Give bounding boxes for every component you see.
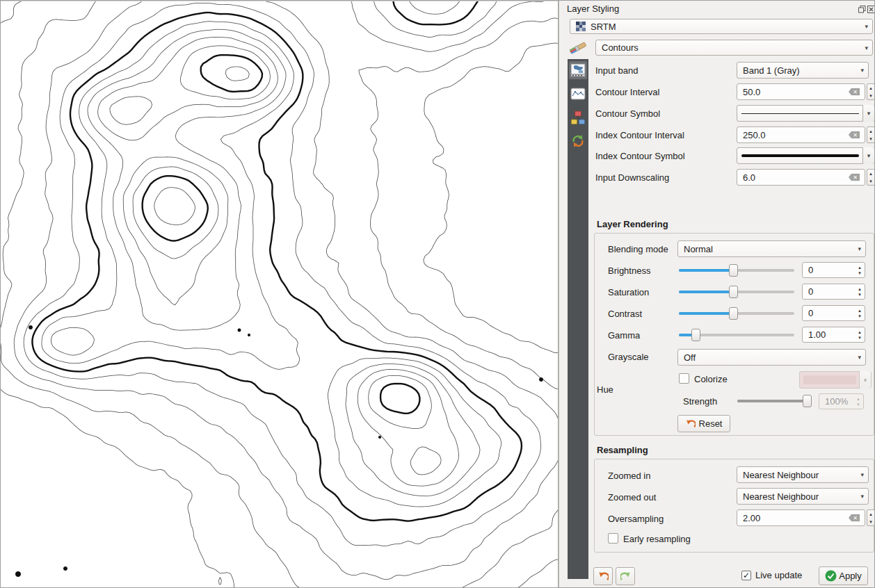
clear-value-icon[interactable]: ✕: [849, 174, 860, 181]
history-icon: [571, 134, 585, 148]
strength-input: 100% ▲▼: [819, 393, 864, 409]
blending-mode-value: Normal: [684, 244, 713, 254]
gamma-input[interactable]: 1.00 ▲▼: [802, 327, 865, 343]
contrast-slider[interactable]: [679, 307, 794, 320]
layer-rendering-title: Layer Rendering: [597, 219, 668, 229]
apply-button-label: Apply: [839, 571, 862, 581]
early-resampling-label: Early resampling: [623, 534, 691, 544]
spin-down-icon[interactable]: ▼: [858, 336, 862, 340]
spin-up-icon[interactable]: ▲: [869, 129, 873, 133]
input-downscaling-spinner[interactable]: ▲▼: [867, 169, 875, 186]
strength-slider[interactable]: [737, 395, 812, 407]
close-panel-icon[interactable]: [867, 5, 875, 13]
spin-up-icon[interactable]: ▲: [869, 86, 873, 90]
colorize-checkbox[interactable]: [679, 373, 689, 384]
contrast-value: 0: [808, 308, 813, 318]
spin-down-icon[interactable]: ▼: [869, 94, 873, 98]
renderer-value: Contours: [602, 42, 639, 53]
redo-icon: [620, 572, 631, 581]
contrast-input[interactable]: 0 ▲▼: [802, 305, 865, 321]
tab-symbology[interactable]: [569, 61, 587, 79]
index-contour-interval-spinner[interactable]: ▲▼: [867, 126, 875, 143]
index-contour-symbol-button[interactable]: ▾: [737, 147, 875, 164]
spin-up-icon[interactable]: ▲: [858, 266, 862, 270]
map-top-border: [1, 1, 558, 1]
slider-handle[interactable]: [803, 395, 812, 407]
panel-title: Layer Styling: [567, 3, 619, 14]
oversampling-spinner[interactable]: ▲▼: [867, 509, 875, 526]
spin-up-icon[interactable]: ▲: [858, 287, 862, 291]
saturation-input[interactable]: 0 ▲▼: [802, 284, 865, 300]
spin-up-icon[interactable]: ▲: [869, 172, 873, 176]
layer-selector[interactable]: SRTM ▾: [570, 19, 873, 34]
live-update-checkbox[interactable]: ✓: [741, 571, 751, 580]
grayscale-value: Off: [684, 352, 696, 363]
clear-value-icon[interactable]: ✕: [849, 88, 860, 96]
brightness-input[interactable]: 0 ▲▼: [802, 262, 865, 278]
input-band-value: Band 1 (Gray): [743, 65, 800, 76]
spin-up-icon[interactable]: ▲: [858, 330, 862, 334]
spin-down-icon[interactable]: ▼: [858, 314, 862, 318]
layer-styling-panel: Layer Styling SRTM ▾: [559, 1, 875, 587]
map-canvas-area: [1, 1, 559, 587]
slider-handle[interactable]: [729, 264, 738, 277]
early-resampling-checkbox[interactable]: [608, 533, 618, 544]
contour-interval-spinner[interactable]: ▲▼: [867, 83, 875, 100]
spin-up-icon[interactable]: ▲: [869, 512, 873, 516]
contour-interval-input[interactable]: 50.0 ✕: [737, 83, 865, 100]
structure-diagram-icon: [570, 110, 586, 125]
resampling-title: Resampling: [597, 445, 648, 455]
gamma-slider[interactable]: [679, 329, 794, 341]
renderer-select[interactable]: Contours ▾: [595, 40, 873, 56]
float-panel-icon[interactable]: [858, 5, 866, 13]
index-contour-interval-value: 250.0: [743, 130, 766, 140]
input-band-select[interactable]: Band 1 (Gray) ▾: [737, 62, 869, 79]
zoomed-out-select[interactable]: Nearest Neighbour ▾: [737, 488, 869, 505]
spin-down-icon[interactable]: ▼: [858, 271, 862, 275]
symbol-dropdown-button[interactable]: ▾: [862, 105, 874, 122]
slider-handle[interactable]: [691, 329, 700, 341]
redo-button[interactable]: [616, 567, 635, 585]
blending-mode-select[interactable]: Normal ▾: [677, 240, 866, 257]
zoomed-in-select[interactable]: Nearest Neighbour ▾: [737, 466, 869, 483]
strength-label: Strength: [683, 396, 717, 407]
reset-button[interactable]: Reset: [677, 415, 730, 432]
symbol-dropdown-button[interactable]: ▾: [862, 147, 874, 164]
input-downscaling-value: 6.0: [743, 172, 755, 183]
spin-down-icon[interactable]: ▼: [858, 293, 862, 297]
slider-handle[interactable]: [729, 286, 738, 298]
oversampling-input[interactable]: 2.00 ✕: [737, 509, 865, 526]
grayscale-select[interactable]: Off ▾: [677, 349, 866, 366]
undo-button[interactable]: [593, 567, 613, 585]
clear-value-icon[interactable]: ✕: [849, 514, 860, 522]
index-contour-interval-input[interactable]: 250.0 ✕: [737, 126, 865, 143]
saturation-slider[interactable]: [679, 286, 794, 298]
tab-histogram[interactable]: [569, 85, 587, 103]
map-canvas[interactable]: [1, 1, 558, 587]
tab-attribute-structure[interactable]: [569, 108, 587, 126]
tab-history[interactable]: [569, 132, 587, 150]
oversampling-value: 2.00: [743, 513, 760, 523]
color-dropdown-button[interactable]: ▾: [859, 371, 871, 389]
strength-value: 100%: [825, 396, 848, 407]
input-downscaling-input[interactable]: 6.0 ✕: [737, 169, 865, 186]
brightness-slider[interactable]: [679, 264, 794, 277]
histogram-icon: [570, 88, 586, 100]
chevron-down-icon: ▾: [858, 245, 861, 252]
spin-up-icon[interactable]: ▲: [858, 309, 862, 313]
apply-button[interactable]: Apply: [819, 566, 868, 585]
spin-down-icon[interactable]: ▼: [869, 179, 873, 183]
chevron-down-icon: ▾: [860, 471, 864, 478]
contour-interval-value: 50.0: [743, 87, 760, 97]
colorize-color-button[interactable]: ▾: [799, 371, 872, 389]
contour-symbol-button[interactable]: ▾: [737, 105, 875, 122]
contour-interval-label: Contour Interval: [595, 87, 660, 97]
index-contour-symbol-label: Index Contour Symbol: [595, 151, 685, 161]
spin-down-icon[interactable]: ▼: [869, 520, 873, 524]
spin-down-icon: ▼: [856, 402, 860, 407]
color-swatch: [803, 375, 856, 384]
clear-value-icon[interactable]: ✕: [849, 131, 860, 139]
spin-down-icon[interactable]: ▼: [869, 137, 873, 141]
index-contour-line-sample: [741, 154, 859, 157]
slider-handle[interactable]: [729, 307, 738, 320]
